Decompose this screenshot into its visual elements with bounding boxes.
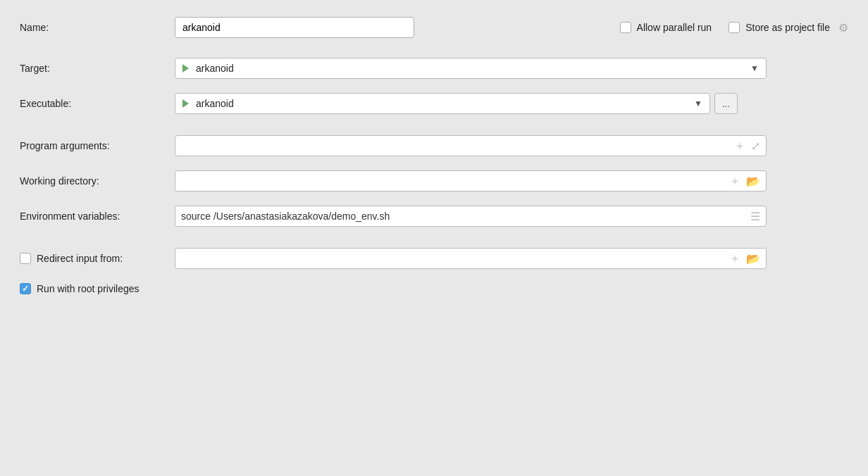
working-directory-add-icon[interactable]: ＋ [729,174,740,189]
environment-variables-row: Environment variables: source /Users/ana… [20,206,848,227]
program-arguments-actions: ＋ ⤢ [734,139,760,154]
program-arguments-input[interactable] [181,140,734,151]
redirect-input-field[interactable]: ＋ 📂 [175,248,767,269]
working-directory-folder-icon[interactable]: 📂 [746,175,760,188]
allow-parallel-run-checkbox[interactable] [620,22,631,33]
allow-parallel-run-group: Allow parallel run [620,22,712,33]
target-select[interactable]: arkanoid ▼ [175,58,767,79]
program-arguments-expand-icon[interactable]: ⤢ [751,139,760,153]
environment-variables-field[interactable]: source /Users/anastasiakazakova/demo_env… [175,206,767,227]
name-label: Name: [20,22,175,33]
executable-browse-button[interactable]: ... [714,93,738,114]
redirect-input-label: Redirect input from: [37,253,131,264]
redirect-input-actions: ＋ 📂 [729,251,760,266]
working-directory-field[interactable]: ＋ 📂 [175,170,767,192]
store-as-project-file-group: Store as project file ⚙ [728,21,848,35]
working-directory-input[interactable] [181,175,729,187]
executable-value: arkanoid [196,98,234,109]
environment-variables-edit-icon[interactable]: ☰ [750,210,760,223]
redirect-input-row: Redirect input from: ＋ 📂 [20,248,848,269]
name-input[interactable] [175,17,414,38]
redirect-label-wrapper: Redirect input from: [20,253,175,264]
header-options: Allow parallel run Store as project file… [620,21,848,35]
run-with-root-label: Run with root privileges [37,283,140,294]
target-label: Target: [20,63,175,74]
redirect-input-add-icon[interactable]: ＋ [729,251,740,266]
allow-parallel-run-label: Allow parallel run [637,22,712,33]
environment-variables-value: source /Users/anastasiakazakova/demo_env… [181,211,750,222]
program-arguments-add-icon[interactable]: ＋ [734,139,745,154]
target-play-icon [182,64,189,73]
executable-label: Executable: [20,98,175,109]
program-arguments-row: Program arguments: ＋ ⤢ [20,135,848,156]
run-with-root-checkbox[interactable] [20,283,31,294]
header-row: Name: Allow parallel run Store as projec… [20,17,848,38]
working-directory-label: Working directory: [20,175,175,187]
redirect-input-checkbox[interactable] [20,253,31,264]
store-as-project-file-label: Store as project file [745,22,830,33]
target-dropdown-arrow: ▼ [750,63,759,73]
working-directory-row: Working directory: ＋ 📂 [20,170,848,192]
program-arguments-label: Program arguments: [20,140,175,151]
redirect-input-input[interactable] [181,253,729,264]
gear-icon[interactable]: ⚙ [838,21,848,35]
target-row: Target: arkanoid ▼ [20,58,848,79]
working-directory-actions: ＋ 📂 [729,174,760,189]
target-value: arkanoid [196,63,234,74]
environment-variables-label: Environment variables: [20,211,175,222]
executable-select[interactable]: arkanoid ▼ [175,93,710,114]
store-as-project-file-checkbox[interactable] [728,22,740,33]
executable-dropdown-arrow: ▼ [694,99,702,108]
redirect-input-folder-icon[interactable]: 📂 [746,252,760,265]
executable-play-icon [182,99,189,108]
run-with-root-row: Run with root privileges [20,283,848,294]
executable-row: Executable: arkanoid ▼ ... [20,93,848,114]
program-arguments-field[interactable]: ＋ ⤢ [175,135,767,156]
